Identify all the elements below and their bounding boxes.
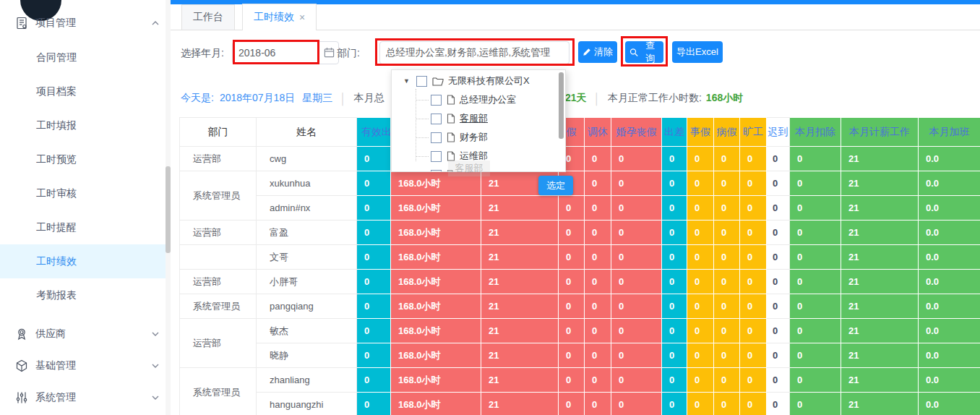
value-cell: 0.0 [919, 147, 980, 171]
table-row: 文哥0168.0小时21000000000210.0 [180, 245, 980, 270]
value-cell: 168.0小时 [391, 343, 481, 368]
value-cell: 0 [662, 270, 687, 294]
name-cell: cwg [257, 147, 357, 171]
tree-node[interactable]: 客服部 [416, 109, 488, 128]
sidebar-item-系统管理[interactable]: 系统管理 [0, 382, 171, 414]
sidebar-item-工时预览[interactable]: 工时预览 [0, 142, 171, 176]
close-icon[interactable]: × [299, 12, 305, 22]
export-excel-button[interactable]: 导出Excel [672, 41, 723, 63]
name-cell: admin#nx [257, 196, 357, 221]
value-cell: 0 [687, 147, 714, 171]
tree-checkbox[interactable] [416, 76, 427, 87]
value-cell: 0 [559, 393, 585, 415]
value-cell: 0 [740, 221, 767, 245]
sidebar-item-项目管理[interactable]: 项目管理 [0, 6, 171, 40]
tree-checkbox[interactable] [431, 114, 442, 124]
divider: │ [594, 93, 601, 105]
value-cell: 0 [790, 245, 841, 270]
dept-cell: 系统管理员 [180, 171, 257, 221]
sidebar-scrollbar-thumb[interactable] [166, 166, 171, 253]
calendar-icon[interactable] [324, 47, 335, 58]
value-cell: 0 [585, 319, 611, 343]
sidebar-item-工时绩效[interactable]: 工时绩效 [0, 244, 171, 278]
today-label: 今天是: [181, 92, 214, 105]
value-cell: 0 [585, 294, 611, 319]
value-cell: 21 [481, 393, 559, 415]
chevron-down-icon [152, 332, 159, 336]
system-icon [14, 390, 29, 405]
sidebar-item-工时审核[interactable]: 工时审核 [0, 176, 171, 210]
worktime-table-wrap: 部门姓名有效出勤假调休婚孕丧假出差事假病假旷工迟到本月扣除本月计薪工作本月加班运… [179, 117, 980, 415]
value-cell: 0 [714, 196, 740, 221]
value-cell: 0 [767, 196, 790, 221]
value-cell: 0 [740, 245, 767, 270]
column-header-本月扣除: 本月扣除 [790, 118, 841, 147]
value-cell: 0 [790, 294, 841, 319]
name-cell: 敏杰 [257, 319, 357, 343]
dept-cell: 运营部 [180, 147, 257, 171]
tree-node-label[interactable]: 总经理办公室 [460, 93, 516, 106]
value-cell: 0 [357, 368, 391, 393]
value-cell: 0 [357, 343, 391, 368]
value-cell: 168.0小时 [391, 319, 481, 343]
sidebar-item-基础管理[interactable]: 基础管理 [0, 350, 171, 382]
value-cell: 0 [662, 319, 687, 343]
value-cell: 21 [841, 221, 919, 245]
value-cell: 0 [357, 270, 391, 294]
month-days-value: 21天 [565, 92, 587, 105]
value-cell: 0 [687, 294, 714, 319]
clear-button[interactable]: 清除 [578, 41, 617, 63]
value-cell: 0 [714, 319, 740, 343]
value-cell: 0 [740, 294, 767, 319]
value-cell: 0 [357, 294, 391, 319]
table-row: 系统管理员pangqiang0168.0小时21000000000210.0 [180, 294, 980, 319]
value-cell: 0 [585, 196, 611, 221]
file-icon [447, 95, 455, 105]
tree-connector [416, 137, 429, 138]
sidebar-item-供应商[interactable]: 供应商 [0, 318, 171, 350]
dropdown-scrollbar-thumb[interactable] [559, 72, 564, 139]
tree-node-label[interactable]: 运维部 [460, 150, 488, 163]
value-cell: 0 [790, 319, 841, 343]
value-cell: 0 [357, 319, 391, 343]
sidebar-item-合同管理[interactable]: 合同管理 [0, 40, 171, 74]
value-cell: 0.0 [919, 393, 980, 415]
value-cell: 168.0小时 [391, 368, 481, 393]
tree-checkbox[interactable] [431, 132, 442, 143]
table-row: 运营部富盈0168.0小时21000000000210.0 [180, 221, 980, 245]
sidebar-item-工时填报[interactable]: 工时填报 [0, 108, 171, 142]
year-input[interactable] [232, 41, 339, 64]
tree-node-label[interactable]: 财务部 [460, 131, 488, 144]
tree-node[interactable]: 运维部 [416, 147, 488, 166]
column-header-本月计薪工作: 本月计薪工作 [841, 118, 919, 147]
sidebar-item-label: 工时审核 [36, 187, 159, 200]
tree-node-root[interactable]: ▼无限科技有限公司X [403, 72, 530, 90]
table-row: 系统管理员zhanliang0168.0小时21000000000210.0 [180, 368, 980, 393]
tree-checkbox[interactable] [431, 170, 442, 173]
value-cell: 21 [481, 368, 559, 393]
value-cell: 0 [662, 171, 687, 196]
value-cell: 0 [585, 368, 611, 393]
divider: │ [340, 93, 346, 105]
tab-工作台[interactable]: 工作台 [181, 4, 235, 30]
dept-input[interactable] [379, 41, 569, 64]
tree-expand-icon[interactable]: ▼ [403, 77, 410, 85]
column-header-迟到: 迟到 [767, 118, 790, 147]
tree-checkbox[interactable] [431, 95, 442, 106]
value-cell: 0 [767, 294, 790, 319]
query-button[interactable]: 查询 [625, 41, 663, 63]
sidebar-item-项目档案[interactable]: 项目档案 [0, 74, 171, 108]
tree-checkbox[interactable] [431, 151, 442, 162]
tab-工时绩效[interactable]: 工时绩效× [242, 4, 317, 30]
tree-node-label[interactable]: 无限科技有限公司X [448, 74, 530, 87]
confirm-selection-button[interactable]: 选定 [538, 176, 573, 195]
tree-node[interactable]: 财务部 [416, 128, 488, 147]
tree-node[interactable] [416, 166, 460, 172]
column-header-旷工: 旷工 [740, 118, 767, 147]
sidebar-item-工时提醒[interactable]: 工时提醒 [0, 210, 171, 244]
value-cell: 0 [559, 270, 585, 294]
sidebar-item-考勤报表[interactable]: 考勤报表 [0, 278, 171, 312]
tree-node[interactable]: 总经理办公室 [416, 90, 516, 109]
tree-node-label[interactable]: 客服部 [460, 112, 488, 125]
value-cell: 0 [740, 196, 767, 221]
